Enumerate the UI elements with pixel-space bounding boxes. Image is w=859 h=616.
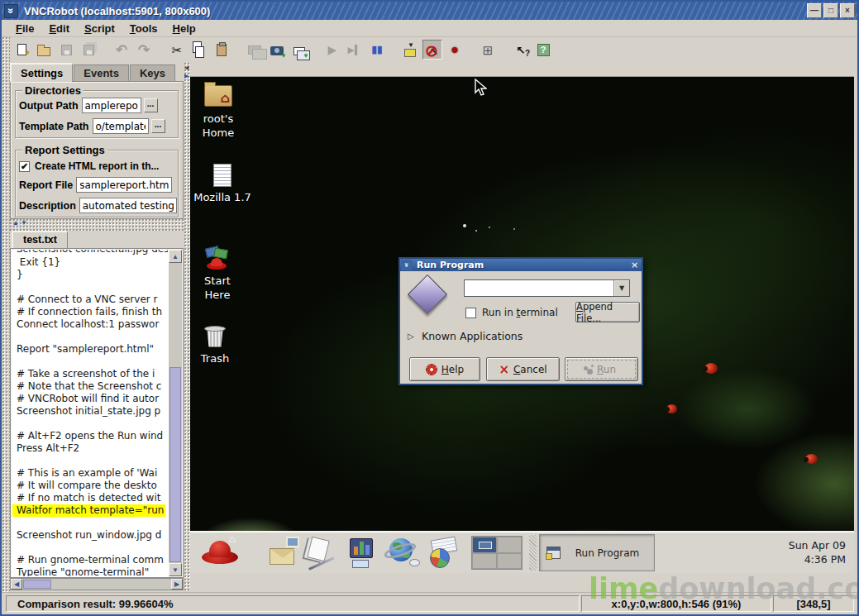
tab-settings[interactable]: Settings bbox=[10, 63, 73, 82]
menu-help[interactable]: Help bbox=[165, 21, 203, 36]
redhat-menu-button[interactable] bbox=[202, 536, 238, 569]
menu-help-mnemonic: H bbox=[173, 22, 180, 35]
workspace-1[interactable] bbox=[472, 537, 497, 553]
scroll-down-button[interactable]: ▼ bbox=[169, 563, 182, 576]
horizontal-splitter[interactable]: ▲▼ bbox=[10, 219, 184, 231]
output-path-browse-button[interactable]: ... bbox=[144, 98, 158, 112]
workspace-4[interactable] bbox=[497, 553, 522, 570]
report-file-input[interactable] bbox=[76, 177, 172, 193]
dialog-help-button[interactable]: Help bbox=[409, 357, 480, 381]
compare-images-button[interactable] bbox=[245, 40, 265, 60]
tab-keys[interactable]: Keys bbox=[130, 64, 175, 82]
pointer-events-off-button[interactable]: ↖⊘ bbox=[422, 40, 442, 60]
code-line bbox=[12, 542, 168, 554]
script-editor[interactable]: Screenshot connectfail.jpg des Exit {1} … bbox=[10, 248, 184, 578]
email-launcher[interactable] bbox=[266, 537, 301, 568]
redo-button[interactable]: ↷ bbox=[134, 40, 154, 60]
cut-button[interactable]: ✂ bbox=[167, 40, 187, 60]
capture-window-button[interactable]: ▼ bbox=[289, 40, 309, 60]
copy-button[interactable] bbox=[189, 40, 209, 60]
scroll-right-button[interactable]: ▶ bbox=[171, 579, 183, 590]
output-path-input[interactable] bbox=[82, 98, 141, 113]
dialog-title-bar[interactable]: » Run Program × bbox=[400, 259, 642, 271]
splitter-down-icon: ▼ bbox=[21, 219, 27, 227]
workspace-2[interactable] bbox=[497, 537, 522, 553]
desktop-icon-mozilla[interactable]: Mozilla 1.7 bbox=[190, 164, 255, 204]
browser-launcher[interactable] bbox=[385, 537, 420, 568]
title-bar[interactable]: » VNCRobot (localhost:5901, 800x600) — □… bbox=[2, 2, 857, 20]
menu-edit-rest: dit bbox=[56, 22, 69, 35]
code-line: Report "samplereport.html" bbox=[12, 343, 168, 356]
minimize-button[interactable]: — bbox=[807, 3, 822, 18]
code-line: # Alt+F2 opens the Run wind bbox=[12, 430, 168, 442]
undo-button[interactable]: ↶ bbox=[112, 40, 131, 60]
copy-icon-back bbox=[195, 46, 204, 58]
menu-edit[interactable]: Edit bbox=[41, 21, 77, 36]
toolbar-drag-handle[interactable] bbox=[2, 37, 10, 593]
step-bar-icon: ▍ bbox=[355, 45, 361, 55]
screenshot-button[interactable]: ▼ bbox=[267, 40, 287, 60]
context-help-button[interactable]: ↖? bbox=[511, 40, 531, 60]
export-report-button[interactable]: ▼ bbox=[400, 40, 420, 60]
vertical-scroll-thumb[interactable] bbox=[169, 367, 181, 562]
panel-clock[interactable]: Sun Apr 09 4:36 PM bbox=[789, 538, 846, 566]
menu-file[interactable]: File bbox=[8, 21, 41, 36]
save-all-button[interactable] bbox=[79, 40, 98, 60]
create-html-checkbox[interactable]: ✔ bbox=[19, 161, 30, 172]
spreadsheet-launcher[interactable] bbox=[427, 537, 461, 568]
paste-button[interactable] bbox=[212, 40, 231, 60]
splitter-collapse-buttons[interactable]: ▲▼ bbox=[12, 219, 27, 227]
description-input[interactable] bbox=[79, 198, 177, 213]
template-path-input[interactable] bbox=[93, 118, 149, 134]
menu-script[interactable]: Script bbox=[77, 21, 122, 36]
menu-tools[interactable]: Tools bbox=[122, 21, 165, 36]
remote-desktop-view[interactable]: ⌂ root'sHome Mozilla 1.7 Start Here Tras… bbox=[190, 76, 854, 573]
run-in-terminal-checkbox[interactable] bbox=[465, 308, 476, 318]
window-menu-button[interactable]: » bbox=[4, 4, 18, 18]
close-button[interactable]: × bbox=[840, 3, 855, 18]
maximize-button[interactable]: □ bbox=[823, 3, 838, 18]
editor-horizontal-scrollbar[interactable]: ◀ ▶ bbox=[10, 578, 184, 590]
start-here-label: Start Here bbox=[190, 274, 245, 302]
run-script-button[interactable]: ▶ bbox=[322, 40, 342, 60]
command-input[interactable] bbox=[465, 280, 613, 296]
ladybug bbox=[666, 404, 677, 413]
horizontal-scroll-thumb[interactable] bbox=[23, 580, 51, 589]
expander-triangle-icon[interactable]: ▷ bbox=[408, 332, 414, 341]
known-applications-expander[interactable]: Known Applications bbox=[422, 330, 523, 342]
dialog-close-button[interactable]: × bbox=[629, 260, 640, 270]
pause-button[interactable]: ▮▮ bbox=[367, 40, 387, 60]
dialog-menu-button[interactable]: » bbox=[401, 260, 412, 270]
step-button[interactable]: ▶▍ bbox=[345, 40, 365, 60]
editor-vertical-scrollbar[interactable]: ▲ ▼ bbox=[169, 250, 182, 576]
desktop-icon-start-here[interactable]: Start Here bbox=[190, 247, 245, 302]
variables-button[interactable]: ⊞ bbox=[478, 40, 498, 60]
menu-tools-rest: ools bbox=[136, 22, 158, 35]
scroll-left-button[interactable]: ◀ bbox=[11, 579, 22, 590]
workspace-switcher[interactable] bbox=[471, 536, 523, 570]
presentation-launcher[interactable] bbox=[346, 537, 380, 568]
workspace-3[interactable] bbox=[472, 553, 497, 570]
sidebar: Settings Events Keys Directories Output … bbox=[10, 63, 184, 590]
run-program-task-button[interactable]: Run Program bbox=[539, 534, 655, 571]
command-dropdown-button[interactable]: ▼ bbox=[613, 280, 629, 296]
presentation-base-icon bbox=[352, 560, 369, 568]
mozilla-label: Mozilla 1.7 bbox=[190, 190, 255, 204]
tab-events[interactable]: Events bbox=[74, 64, 129, 82]
desktop-icon-roots-home[interactable]: ⌂ root'sHome bbox=[193, 85, 243, 140]
scroll-right-icon: ▶ bbox=[174, 580, 179, 588]
new-script-button[interactable]: * bbox=[12, 40, 31, 60]
append-file-button[interactable]: Append File... bbox=[575, 302, 640, 322]
writer-launcher[interactable] bbox=[306, 537, 341, 568]
template-path-browse-button[interactable]: ... bbox=[151, 119, 165, 133]
open-button[interactable] bbox=[34, 40, 54, 60]
scroll-up-button[interactable]: ▲ bbox=[169, 250, 182, 263]
dialog-run-button[interactable]: Run bbox=[565, 357, 638, 381]
desktop-icon-trash[interactable]: Trash bbox=[192, 325, 238, 365]
record-button[interactable]: ● bbox=[445, 40, 465, 60]
help-button[interactable]: ? bbox=[533, 40, 553, 60]
maximize-icon: □ bbox=[828, 7, 833, 15]
tab-test-txt[interactable]: test.txt bbox=[12, 231, 68, 248]
save-button[interactable] bbox=[56, 40, 76, 60]
dialog-cancel-button[interactable]: × Cancel bbox=[486, 357, 560, 381]
